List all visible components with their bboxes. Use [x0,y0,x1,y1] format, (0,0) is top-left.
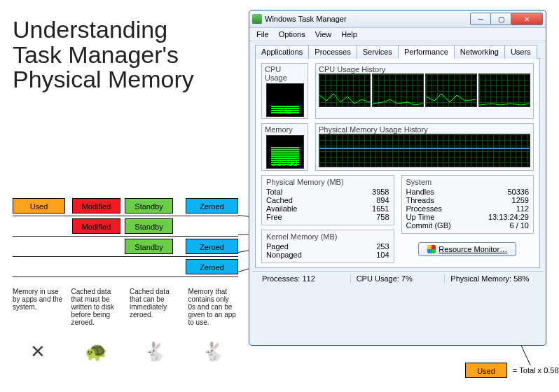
phys-mem-total-label: Total [266,188,282,196]
app-icon [252,14,262,24]
phys-mem-available: 1651 [372,204,389,213]
legend-cell-standby-3: Standby [125,239,173,254]
memory-label: Memory [265,125,305,134]
annotation-used-cell: Used [465,363,507,378]
cpu-usage-value: 7 % [267,108,303,115]
legend-cell-zeroed-3: Zeroed [186,259,238,274]
menubar: File Options View Help [249,28,546,41]
cpu-meter: 7 % [266,83,304,117]
statusbar: Processes: 112 CPU Usage: 7% Physical Me… [252,271,543,286]
cpu-history-box: CPU Usage History [315,63,534,119]
heading-line-2: Task Manager's [13,41,179,68]
system-group: System Handles50336 Threads1259 Processe… [401,175,534,234]
annotation-formula: Used = Total x 0.58 [465,363,559,378]
legend-cell-used: Used [13,198,65,214]
phys-mem-total: 3958 [372,188,389,196]
mem-history-graph [319,134,530,167]
resource-monitor-label: Resource Monitor… [439,245,507,253]
cpu-history-label: CPU Usage History [319,65,530,74]
memory-legend: Used Modified Standby Zeroed Modified St… [13,196,238,277]
legend-row-cached: Modified Standby [13,216,238,237]
titlebar[interactable]: Windows Task Manager ─ ▢ ✕ [249,10,546,28]
system-commit-label: Commit (GB) [406,221,451,230]
legend-cell-modified: Modified [72,198,120,214]
kernel-memory-group: Kernel Memory (MB) Paged253 Nonpaged104 [261,230,394,263]
resource-monitor-container: Resource Monitor… [401,238,534,256]
system-commit: 6 / 10 [509,221,529,230]
memory-box: Memory 2.25 GB [261,123,308,171]
system-threads-label: Threads [406,196,434,204]
maximize-button[interactable]: ▢ [490,13,511,25]
system-title: System [406,178,530,186]
mem-history-box: Physical Memory Usage History [315,123,534,171]
status-memory: Physical Memory: 58% [444,274,539,283]
page-title: Understanding Task Manager's Physical Me… [13,18,194,92]
task-manager-window: Windows Task Manager ─ ▢ ✕ File Options … [249,10,546,346]
heading-line-1: Understanding [13,16,167,43]
desc-modified: Cached data that must be written to disk… [71,288,122,326]
tab-performance[interactable]: Performance [398,45,455,59]
status-cpu: CPU Usage: 7% [350,274,445,283]
cpu-usage-label: CPU Usage [265,65,305,82]
system-processes-label: Processes [406,204,442,213]
status-processes: Processes: 112 [256,274,350,283]
tab-services[interactable]: Services [357,45,399,59]
x-icon: ✕ [13,341,63,363]
rabbit-icon: 🐇 [130,341,180,363]
legend-cell-standby-2: Standby [125,218,173,234]
cpu-history-graph-1 [319,74,371,107]
tab-applications[interactable]: Applications [255,45,309,59]
legend-row-free: Zeroed [13,257,238,277]
system-handles-label: Handles [406,188,434,196]
legend-row-available: Standby Zeroed [13,237,238,257]
kernel-paged-label: Paged [266,242,289,251]
menu-file[interactable]: File [256,30,269,38]
phys-mem-available-label: Available [266,204,297,213]
cpu-usage-box: CPU Usage 7 % [261,63,308,119]
phys-mem-cached-label: Cached [266,196,293,204]
heading-line-3: Physical Memory [13,66,194,92]
desc-zeroed: Memory that contains only 0s and can be … [188,288,239,326]
legend-cell-zeroed: Zeroed [186,198,238,214]
turtle-icon: 🐢 [71,341,122,363]
performance-panel: CPU Usage 7 % CPU Usage History Memory [255,59,540,268]
legend-cell-zeroed-2: Zeroed [186,239,238,254]
legend-icons: ✕ 🐢 🐇 🐇 [13,341,238,363]
close-button[interactable]: ✕ [511,13,543,25]
phys-mem-free: 758 [376,213,389,221]
resource-monitor-button[interactable]: Resource Monitor… [418,242,516,256]
cpu-history-graph-4 [478,74,530,107]
system-threads: 1259 [512,196,529,204]
tab-processes[interactable]: Processes [308,45,357,59]
legend-row-total: Used Modified Standby Zeroed [13,196,238,216]
legend-cell-modified-2: Modified [72,218,120,234]
tab-strip: Applications Processes Services Performa… [255,44,540,59]
memory-meter: 2.25 GB [266,135,304,169]
phys-mem-title: Physical Memory (MB) [266,178,389,186]
memory-value: 2.25 GB [267,160,303,167]
minimize-button[interactable]: ─ [470,13,491,25]
kernel-nonpaged-label: Nonpaged [266,251,302,259]
tab-networking[interactable]: Networking [454,45,505,59]
menu-options[interactable]: Options [279,30,305,38]
legend-cell-standby: Standby [125,198,173,214]
menu-view[interactable]: View [315,30,332,38]
cpu-history-graph-3 [425,74,477,107]
system-processes: 112 [516,204,529,213]
rabbit-icon-2: 🐇 [188,341,239,363]
desc-standby: Cached data that can be immediately zero… [130,288,180,326]
kernel-nonpaged: 104 [376,251,389,259]
mem-history-label: Physical Memory Usage History [319,125,530,134]
phys-mem-free-label: Free [266,213,282,221]
annotation-formula-text: = Total x 0.58 [513,366,559,374]
tab-users[interactable]: Users [504,45,537,59]
cpu-history-graph-2 [372,74,424,107]
phys-mem-cached: 894 [376,196,389,204]
kernel-paged: 253 [376,242,389,251]
menu-help[interactable]: Help [341,30,357,38]
shield-icon [427,245,436,253]
legend-descriptions: Memory in use by apps and the system. Ca… [13,288,238,326]
system-handles: 50336 [507,188,529,196]
kernel-mem-title: Kernel Memory (MB) [266,232,389,241]
system-uptime-label: Up Time [406,213,435,221]
